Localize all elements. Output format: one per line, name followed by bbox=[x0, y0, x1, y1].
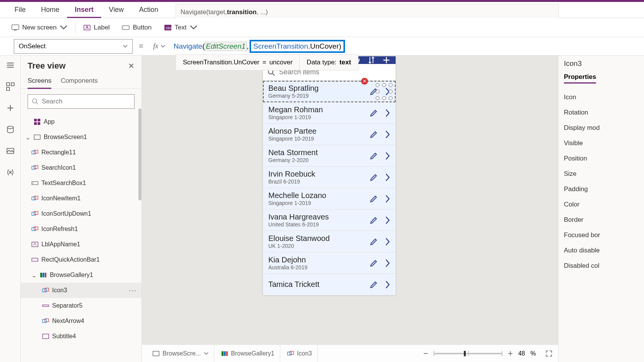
tree-node-iconrefresh[interactable]: IconRefresh1 bbox=[21, 221, 141, 237]
prop-row[interactable]: Position bbox=[564, 151, 639, 166]
props-tab-properties[interactable]: Properties bbox=[564, 73, 596, 84]
tree-node-iconnewitem[interactable]: IconNewItem1 bbox=[21, 191, 141, 206]
chevron-down-icon[interactable]: ⌄ bbox=[31, 272, 37, 279]
divider bbox=[75, 22, 76, 33]
edit-icon[interactable] bbox=[370, 109, 378, 117]
tree-tab-components[interactable]: Components bbox=[61, 74, 97, 88]
chevron-right-icon[interactable] bbox=[385, 173, 390, 182]
list-item[interactable]: Megan Rohman Singapore 1-2019 bbox=[263, 102, 396, 124]
chevron-down-icon[interactable] bbox=[204, 352, 209, 355]
prop-row[interactable]: Auto disable bbox=[564, 243, 639, 258]
label-button[interactable]: Label bbox=[79, 21, 115, 34]
tree-node-browsegallery[interactable]: ⌄ BrowseGallery1 bbox=[21, 267, 141, 283]
menu-action[interactable]: Action bbox=[131, 6, 166, 14]
prop-row[interactable]: Icon bbox=[564, 90, 639, 105]
variables-icon[interactable] bbox=[6, 168, 15, 177]
list-item[interactable]: Neta Storment Germany 2-2020 bbox=[263, 145, 396, 167]
hamburger-icon[interactable] bbox=[6, 61, 15, 69]
button-button[interactable]: Button bbox=[117, 21, 156, 34]
tree-node-nextarrow4[interactable]: NextArrow4 bbox=[21, 313, 141, 329]
chevron-right-icon[interactable] bbox=[385, 216, 390, 224]
crumb-browsegallery[interactable]: BrowseGallery1 bbox=[216, 345, 280, 362]
canvas-stage[interactable]: Beau Spratling Germany 5-2019 ✕ Megan Ro… bbox=[142, 56, 558, 344]
tree-search-input[interactable] bbox=[42, 98, 130, 105]
plus-icon[interactable] bbox=[6, 104, 15, 112]
edit-icon[interactable] bbox=[370, 195, 378, 203]
tree-node-more-button[interactable]: ··· bbox=[129, 287, 137, 295]
prop-row[interactable]: Visible bbox=[564, 136, 639, 151]
chevron-right-icon[interactable] bbox=[385, 259, 390, 267]
prop-row[interactable]: Disabled col bbox=[564, 258, 639, 274]
prop-row[interactable]: Display mod bbox=[564, 120, 639, 136]
edit-icon[interactable] bbox=[370, 259, 378, 267]
fit-icon[interactable] bbox=[545, 350, 553, 357]
tree-node-rectangle[interactable]: Rectangle11 bbox=[21, 145, 141, 160]
list-item[interactable]: Alonso Partee Singapore 10-2019 bbox=[263, 124, 396, 145]
chevron-right-icon[interactable] bbox=[385, 109, 390, 117]
menu-home[interactable]: Home bbox=[33, 6, 67, 14]
tree-node-textsearchbox[interactable]: TextSearchBox1 bbox=[21, 175, 141, 191]
plus-icon[interactable] bbox=[383, 56, 390, 64]
selection-handles[interactable] bbox=[376, 83, 393, 100]
zoom-in-button[interactable]: + bbox=[508, 349, 513, 359]
chevron-right-icon[interactable] bbox=[385, 280, 390, 289]
list-item[interactable]: Irvin Roebuck Brazil 6-2019 bbox=[263, 167, 396, 188]
edit-icon[interactable] bbox=[370, 152, 378, 160]
tree-node-icon3[interactable]: Icon3 ··· bbox=[21, 283, 141, 298]
sort-icon[interactable] bbox=[368, 56, 375, 64]
prop-row[interactable]: Focused bor bbox=[564, 228, 639, 243]
tree-node-rectquick[interactable]: RectQuickActionBar1 bbox=[21, 252, 141, 267]
list-item[interactable]: Ivana Hargreaves United States 6-2019 bbox=[263, 210, 396, 231]
list-item[interactable]: Kia Dejohn Australia 6-2019 bbox=[263, 252, 396, 274]
tree-scrollbar[interactable] bbox=[138, 108, 141, 200]
tree-close-button[interactable]: ✕ bbox=[128, 61, 135, 70]
prop-row[interactable]: Rotation bbox=[564, 105, 639, 120]
media-icon[interactable] bbox=[6, 147, 15, 155]
edit-icon[interactable] bbox=[370, 216, 378, 224]
chevron-right-icon[interactable] bbox=[385, 152, 390, 160]
menu-insert[interactable]: Insert bbox=[67, 6, 101, 18]
prop-row[interactable]: Border bbox=[564, 212, 639, 228]
chevron-right-icon[interactable] bbox=[385, 195, 390, 203]
tree-node-app[interactable]: App bbox=[21, 114, 141, 129]
list-item[interactable]: Beau Spratling Germany 5-2019 ✕ bbox=[263, 81, 396, 102]
zoom-slider[interactable] bbox=[434, 353, 503, 354]
chevron-right-icon[interactable] bbox=[385, 238, 390, 246]
tree-view-icon[interactable] bbox=[6, 82, 15, 91]
tree-node-browsescreen[interactable]: ⌄ BrowseScreen1 bbox=[21, 129, 141, 145]
result-type-label: Data type: bbox=[307, 59, 337, 66]
text-button[interactable]: Abc Text bbox=[159, 21, 202, 34]
menu-file[interactable]: File bbox=[7, 6, 33, 14]
list-item[interactable]: Elouise Stanwood UK 1-2020 bbox=[263, 231, 396, 252]
data-icon[interactable] bbox=[6, 125, 15, 134]
tree-node-subtitle4[interactable]: Subtitle4 bbox=[21, 329, 141, 344]
formula-input[interactable]: Navigate(EditScreen1, ScreenTransition.U… bbox=[169, 37, 637, 55]
edit-icon[interactable] bbox=[370, 173, 378, 182]
crumb-icon3[interactable]: Icon3 bbox=[282, 345, 318, 362]
edit-icon[interactable] bbox=[370, 130, 378, 139]
prop-row[interactable]: Color bbox=[564, 197, 639, 212]
tree-node-searchicon[interactable]: SearchIcon1 bbox=[21, 160, 141, 175]
error-badge[interactable]: ✕ bbox=[361, 78, 368, 85]
fx-button[interactable]: fx bbox=[150, 42, 169, 50]
property-dropdown[interactable]: OnSelect bbox=[14, 39, 133, 54]
tree-search[interactable] bbox=[28, 94, 135, 109]
crumb-browsescreen[interactable]: BrowseScre... bbox=[147, 345, 214, 362]
edit-icon[interactable] bbox=[370, 238, 378, 246]
chevron-down-icon[interactable]: ⌄ bbox=[25, 134, 31, 141]
zoom-out-button[interactable]: − bbox=[423, 349, 428, 359]
button-icon bbox=[122, 24, 130, 31]
list-item[interactable]: Mechelle Lozano Singapore 1-2019 bbox=[263, 188, 396, 210]
prop-row[interactable]: Padding bbox=[564, 182, 639, 197]
tree-node-separator5[interactable]: Separator5 bbox=[21, 298, 141, 313]
zoom-thumb[interactable] bbox=[464, 351, 466, 356]
new-screen-button[interactable]: New screen bbox=[7, 21, 72, 34]
prop-row[interactable]: Size bbox=[564, 166, 639, 182]
tree-node-lblappname[interactable]: LblAppName1 bbox=[21, 237, 141, 252]
chevron-right-icon[interactable] bbox=[385, 130, 390, 139]
menu-view[interactable]: View bbox=[101, 6, 131, 14]
tree-node-iconsort[interactable]: IconSortUpDown1 bbox=[21, 206, 141, 221]
edit-icon[interactable] bbox=[370, 280, 378, 289]
list-item[interactable]: Tamica Trickett bbox=[263, 274, 396, 295]
tree-tab-screens[interactable]: Screens bbox=[28, 74, 51, 89]
